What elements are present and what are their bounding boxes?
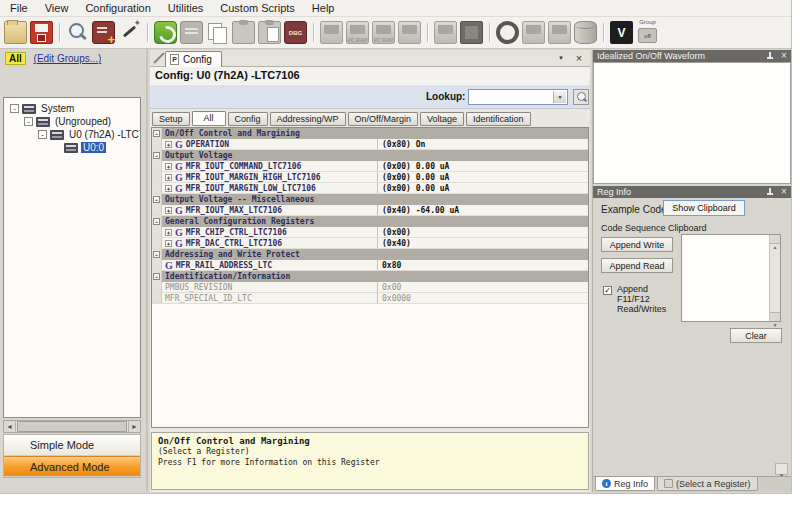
- menu-item[interactable]: File: [10, 2, 28, 14]
- append-write-button[interactable]: Append Write: [601, 237, 673, 252]
- mode-button[interactable]: Simple Mode: [4, 435, 140, 456]
- register-value[interactable]: (0x40) -64.00 uA: [377, 205, 588, 215]
- table-row[interactable]: PMBUS_REVISION 0x00: [152, 282, 588, 293]
- save-icon[interactable]: [30, 21, 53, 44]
- scroll-left-arrow[interactable]: ◄: [4, 421, 16, 432]
- zoom-icon[interactable]: [66, 21, 89, 44]
- doc-list-dropdown-icon[interactable]: [555, 52, 567, 64]
- table-row[interactable]: On/Off Control and Margining: [152, 128, 588, 139]
- table-row[interactable]: MFR_DAC_CTRL_LTC7106 (0x40): [152, 238, 588, 249]
- register-value[interactable]: 0x80: [377, 260, 588, 270]
- register-value[interactable]: 0x0000: [377, 293, 588, 303]
- osc-icon[interactable]: [496, 21, 519, 44]
- table-row[interactable]: Addressing and Write Protect: [152, 249, 588, 260]
- nvm-icon[interactable]: [574, 21, 597, 44]
- clock-run-icon[interactable]: [320, 21, 343, 44]
- table-row[interactable]: MFR_CHIP_CTRL_LTC7106 (0x00): [152, 227, 588, 238]
- pane-scroll-down-button[interactable]: [775, 463, 788, 475]
- table-row[interactable]: General Configuration Registers: [152, 216, 588, 227]
- program-icon[interactable]: [154, 21, 177, 44]
- code-clipboard-textarea[interactable]: [681, 234, 781, 322]
- scroll-down-arrow[interactable]: [770, 312, 780, 321]
- table-row[interactable]: MFR_RAIL_ADDRESS_LTC 0x80: [152, 260, 588, 271]
- table-row[interactable]: Output Voltage: [152, 150, 588, 161]
- collapse-icon[interactable]: [153, 130, 160, 137]
- tree-item[interactable]: U0 (7h2A) -LTC7: [4, 128, 140, 141]
- reginfo-pane-titlebar[interactable]: Reg Info: [593, 186, 791, 198]
- menu-item[interactable]: Custom Scripts: [220, 2, 295, 14]
- table-row[interactable]: MFR_IOUT_MAX_LTC7106 (0x40) -64.00 uA: [152, 205, 588, 216]
- register-tab[interactable]: Setup: [152, 112, 190, 126]
- expand-icon[interactable]: [165, 163, 172, 170]
- waveform-pane-titlebar[interactable]: Idealized On/Off Waveform: [593, 50, 791, 62]
- ram-to-pc-icon[interactable]: PC RAM: [372, 21, 395, 44]
- tree-expander-icon[interactable]: [24, 117, 33, 126]
- tree-item[interactable]: System: [4, 102, 140, 115]
- separator[interactable]: [424, 21, 431, 44]
- ram-a-icon[interactable]: [522, 21, 545, 44]
- wizard-icon[interactable]: [118, 21, 141, 44]
- pin-icon[interactable]: [765, 51, 775, 61]
- collapse-icon[interactable]: [153, 218, 160, 225]
- filter-all-badge[interactable]: All: [5, 52, 26, 65]
- open-file-icon[interactable]: [4, 21, 27, 44]
- copy-icon[interactable]: [206, 21, 229, 44]
- collapse-icon[interactable]: [153, 152, 160, 159]
- chip-icon[interactable]: [434, 21, 457, 44]
- add-note-icon[interactable]: [92, 21, 115, 44]
- tree-item[interactable]: (Ungrouped): [4, 115, 140, 128]
- menu-item[interactable]: View: [45, 2, 69, 14]
- edit-groups-link[interactable]: (Edit Groups...): [34, 53, 102, 64]
- mode-button[interactable]: Advanced Mode: [4, 456, 140, 477]
- scroll-up-arrow[interactable]: [770, 235, 780, 244]
- group-onoff-icon[interactable]: Groupoff: [636, 21, 659, 44]
- collapse-icon[interactable]: [153, 196, 160, 203]
- table-row[interactable]: MFR_IOUT_COMMAND_LTC7106 (0x00) 0.00 uA: [152, 161, 588, 172]
- register-value[interactable]: 0x00: [377, 282, 588, 292]
- textarea-scrollbar[interactable]: [769, 235, 780, 321]
- separator[interactable]: [56, 21, 63, 44]
- expand-icon[interactable]: [165, 207, 172, 214]
- register-value[interactable]: (0x80) On: [377, 139, 588, 149]
- register-value[interactable]: (0x00) 0.00 uA: [377, 161, 588, 171]
- append-f11-checkbox[interactable]: [603, 286, 612, 295]
- expand-icon[interactable]: [165, 141, 172, 148]
- table-row[interactable]: MFR_SPECIAL_ID_LTC 0x0000: [152, 293, 588, 304]
- close-icon[interactable]: [779, 187, 789, 197]
- ram-b-icon[interactable]: [548, 21, 571, 44]
- pin-icon[interactable]: [765, 187, 775, 197]
- register-tab[interactable]: On/Off/Margin: [348, 112, 418, 126]
- menu-item[interactable]: Utilities: [168, 2, 203, 14]
- clear-button[interactable]: Clear: [730, 328, 782, 343]
- register-tab[interactable]: All: [192, 111, 226, 126]
- lookup-input[interactable]: [468, 89, 568, 105]
- menu-item[interactable]: Configuration: [85, 2, 150, 14]
- separator[interactable]: [600, 21, 607, 44]
- register-value[interactable]: (0x00): [377, 227, 588, 237]
- tree-horizontal-scrollbar[interactable]: ◄ ►: [3, 420, 141, 433]
- separator[interactable]: [144, 21, 151, 44]
- expand-icon[interactable]: [165, 240, 172, 247]
- scroll-thumb[interactable]: [17, 421, 127, 432]
- chevron-down-icon[interactable]: [553, 91, 566, 103]
- tree-expander-icon[interactable]: [10, 104, 19, 113]
- register-tab[interactable]: Identification: [466, 112, 531, 126]
- collapse-icon[interactable]: [153, 251, 160, 258]
- expand-icon[interactable]: [165, 229, 172, 236]
- collapse-icon[interactable]: [153, 273, 160, 280]
- expand-icon[interactable]: [165, 174, 172, 181]
- cfg-icon[interactable]: [460, 21, 483, 44]
- table-row[interactable]: OPERATION (0x80) On: [152, 139, 588, 150]
- menu-item[interactable]: Help: [312, 2, 335, 14]
- register-tab[interactable]: Addressing/WP: [270, 112, 346, 126]
- separator[interactable]: [310, 21, 317, 44]
- tree-expander-icon[interactable]: [38, 130, 47, 139]
- tree-item[interactable]: U0:0: [4, 141, 140, 154]
- register-value[interactable]: (0x00) 0.00 uA: [377, 183, 588, 193]
- power-stage-icon[interactable]: [398, 21, 421, 44]
- scroll-right-arrow[interactable]: ►: [128, 421, 140, 432]
- dock-tab[interactable]: Reg Info: [595, 477, 655, 491]
- table-row[interactable]: Identification/Information: [152, 271, 588, 282]
- doc-close-icon[interactable]: [573, 52, 585, 64]
- append-read-button[interactable]: Append Read: [601, 258, 673, 273]
